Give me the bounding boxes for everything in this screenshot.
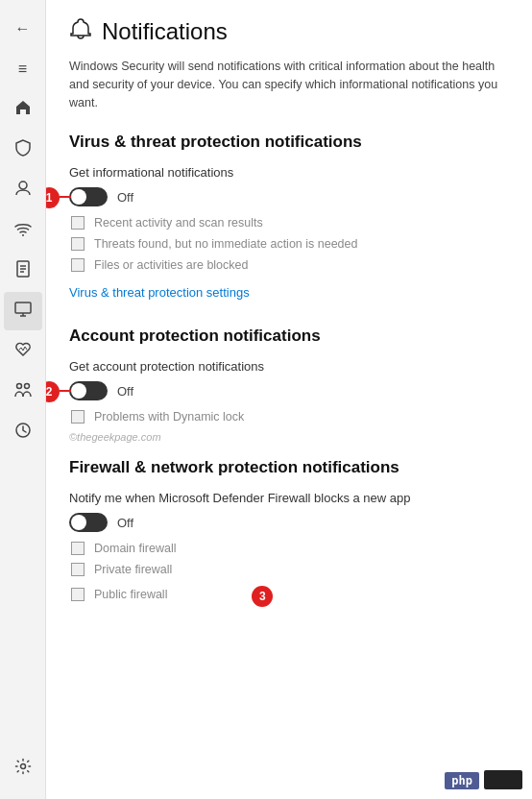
virus-checkbox-label-3: Files or activities are blocked [94, 258, 248, 272]
firewall-section-title: Firewall & network protection notificati… [69, 458, 509, 477]
virus-toggle-row: Off [69, 187, 133, 206]
dark-badge [484, 770, 522, 789]
notifications-icon [69, 17, 92, 46]
annotation-3: 3 [252, 586, 273, 607]
page-header: Notifications [69, 17, 509, 46]
firewall-subsection-label: Notify me when Microsoft Defender Firewa… [69, 491, 509, 505]
svg-point-12 [20, 764, 25, 769]
person-icon [14, 180, 32, 201]
account-checkbox-label-1: Problems with Dynamic lock [94, 410, 244, 424]
virus-checkbox-label-2: Threats found, but no immediate action i… [94, 237, 357, 251]
php-badge: php [445, 772, 479, 789]
firewall-checkbox-input-2[interactable] [71, 563, 85, 576]
virus-toggle[interactable] [69, 187, 108, 206]
page-description: Windows Security will send notifications… [69, 58, 509, 111]
firewall-toggle-row: Off [69, 513, 509, 532]
history-icon [14, 422, 32, 443]
account-subsection-label: Get account protection notifications [69, 359, 509, 374]
main-content: Notifications Windows Security will send… [46, 0, 532, 799]
family-icon [14, 381, 32, 402]
account-toggle-label: Off [117, 384, 133, 399]
virus-checkbox-input-2[interactable] [71, 237, 85, 251]
firewall-checkbox-label-3: Public firewall [94, 588, 167, 601]
page-title: Notifications [102, 18, 228, 45]
sidebar: ← ≡ [0, 0, 46, 799]
account-toggle-row: Off [69, 381, 133, 400]
firewall-toggle-label: Off [117, 516, 133, 530]
virus-subsection-label: Get informational notifications [69, 165, 509, 180]
virus-checkbox-input-1[interactable] [71, 216, 85, 230]
firewall-checkbox-2: Private firewall [71, 563, 172, 576]
account-toggle[interactable] [69, 381, 108, 400]
monitor-icon [14, 301, 32, 322]
virus-section-title: Virus & threat protection notifications [69, 133, 509, 152]
firewall-checkbox-input-1[interactable] [71, 542, 85, 555]
sidebar-item-settings[interactable] [4, 749, 42, 787]
shield-icon [14, 139, 32, 160]
virus-checkbox-input-3[interactable] [71, 258, 85, 272]
document-icon [14, 260, 32, 281]
sidebar-item-document[interactable] [4, 252, 42, 290]
menu-icon: ≡ [18, 61, 27, 78]
sidebar-item-monitor[interactable] [4, 292, 42, 330]
sidebar-item-home[interactable] [4, 90, 42, 129]
settings-icon [14, 758, 32, 779]
firewall-checkbox-3: Public firewall [71, 588, 167, 601]
firewall-toggle[interactable] [69, 513, 108, 532]
account-checkbox-input-1[interactable] [71, 410, 85, 424]
svg-rect-6 [15, 303, 31, 313]
firewall-checkbox-input-3[interactable] [71, 588, 85, 601]
svg-point-10 [24, 384, 29, 389]
svg-point-9 [16, 384, 21, 389]
sidebar-item-person[interactable] [4, 171, 42, 209]
virus-settings-link[interactable]: Virus & threat protection settings [69, 285, 250, 300]
annotation-1: 1 [46, 187, 60, 208]
virus-checkbox-label-1: Recent activity and scan results [94, 216, 263, 230]
firewall-checkbox-label-1: Domain firewall [94, 542, 176, 555]
sidebar-item-back[interactable]: ← [4, 10, 42, 48]
watermark: ©thegeekpage.com [69, 431, 509, 443]
virus-checkbox-2: Threats found, but no immediate action i… [71, 237, 509, 251]
sidebar-item-health[interactable] [4, 332, 42, 371]
annotation-2-arrow [60, 390, 71, 392]
heart-icon [14, 341, 32, 362]
home-icon [14, 99, 32, 120]
wifi-icon [14, 220, 32, 241]
sidebar-item-family[interactable] [4, 373, 42, 411]
account-checkbox-1: Problems with Dynamic lock [71, 410, 509, 424]
virus-toggle-label: Off [117, 190, 133, 205]
virus-checkbox-3: Files or activities are blocked [71, 258, 509, 272]
account-section-title: Account protection notifications [69, 327, 509, 346]
svg-point-1 [22, 234, 24, 236]
svg-point-0 [19, 182, 27, 189]
sidebar-item-wifi[interactable] [4, 211, 42, 250]
firewall-checkbox-1: Domain firewall [71, 542, 509, 555]
sidebar-item-menu[interactable]: ≡ [4, 50, 42, 88]
firewall-checkbox-label-2: Private firewall [94, 563, 172, 576]
sidebar-item-history[interactable] [4, 413, 42, 451]
annotation-1-arrow [60, 196, 71, 198]
sidebar-item-shield[interactable] [4, 131, 42, 169]
annotation-2: 2 [46, 381, 60, 402]
back-icon: ← [15, 20, 31, 37]
virus-checkbox-1: Recent activity and scan results [71, 216, 509, 230]
